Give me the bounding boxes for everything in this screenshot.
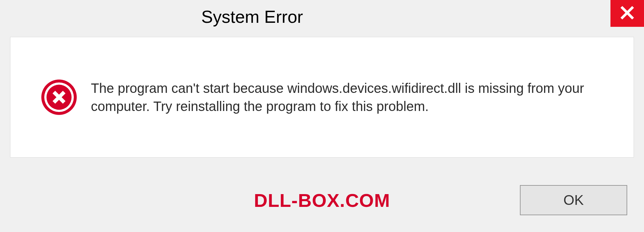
content-panel: The program can't start because windows.… [10, 37, 634, 158]
title-bar: System Error [0, 0, 644, 34]
ok-button-label: OK [564, 192, 584, 208]
dialog-title: System Error [201, 7, 303, 27]
close-button[interactable] [610, 0, 644, 27]
ok-button[interactable]: OK [520, 185, 627, 215]
close-icon [620, 5, 635, 21]
error-message: The program can't start because windows.… [91, 79, 613, 115]
footer-area: DLL-BOX.COM OK [0, 168, 644, 232]
watermark-text: DLL-BOX.COM [254, 189, 390, 211]
error-icon [41, 79, 77, 116]
